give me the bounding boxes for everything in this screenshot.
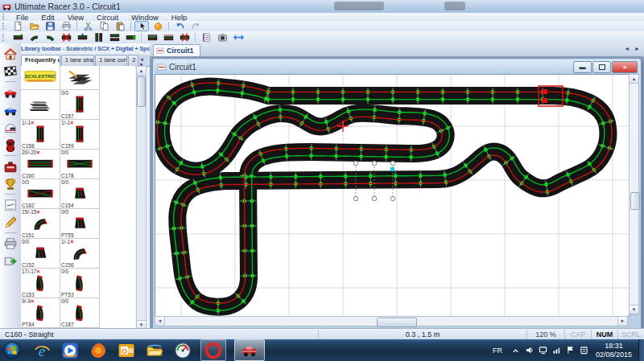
toolbar-lane-wide2-button[interactable] (161, 32, 175, 43)
library-piece-C178[interactable]: 0/0C178 (60, 150, 100, 179)
library-piece-C187[interactable]: 0/0C187 (60, 298, 100, 328)
toolbar-swap-ends-button[interactable] (231, 32, 246, 43)
library-tab-1-lane-curves[interactable]: 1 lane curves (95, 55, 127, 66)
side-car-top-button[interactable] (0, 138, 21, 153)
toolbar-curve-right-button[interactable] (43, 32, 57, 43)
side-race-car-red-button[interactable] (0, 85, 21, 100)
restore-button[interactable] (592, 61, 611, 73)
side-race-car-blue-button[interactable] (0, 103, 21, 117)
side-export-button[interactable] (0, 254, 21, 269)
side-pit-box-button[interactable] (0, 159, 21, 174)
title-bar[interactable]: Ultimate Racer 3.0 - Circuit1 (0, 0, 644, 14)
taskbar-ultimate-racer-icon[interactable] (234, 339, 265, 361)
menu-circuit[interactable]: Circuit (90, 13, 125, 22)
scroll-thumb[interactable] (137, 76, 146, 107)
library-piece-PT84[interactable]: 9/-9×PT84 (21, 298, 60, 328)
scroll-right-button[interactable]: ► (617, 317, 627, 326)
library-piece-C156[interactable]: 1/-1×C156 (60, 239, 100, 269)
menu-view[interactable]: View (61, 13, 90, 22)
library-scrollbar[interactable]: ▲ ▼ (136, 66, 147, 330)
tray-monitor-icon[interactable] (539, 346, 547, 355)
taskbar-explorer-icon[interactable] (144, 340, 164, 360)
tab-scroll-arrows[interactable]: ◄ ► (624, 46, 642, 51)
library-piece-C157[interactable]: 0/0C157 (60, 90, 100, 120)
minimize-button[interactable]: ▬ (573, 61, 592, 73)
scroll-thumb[interactable] (630, 192, 640, 210)
library-piece-C182[interactable]: 0/0C182 (21, 179, 60, 209)
vertical-scrollbar[interactable]: ▲ ▼ (629, 74, 639, 315)
taskbar-ie-icon[interactable]: e (31, 340, 52, 360)
menu-window[interactable]: Window (125, 13, 165, 22)
taskbar-gauge-icon[interactable] (172, 340, 192, 360)
scroll-down-button[interactable]: ▼ (630, 305, 638, 314)
library-piece-logo[interactable]: SCALEXTRIC (21, 66, 60, 90)
side-trophy-button[interactable] (0, 177, 21, 191)
scroll-up-button[interactable]: ▲ (137, 67, 146, 76)
library-piece-PT53[interactable]: 0/0PT53 (60, 269, 100, 298)
side-helmet-button[interactable] (0, 121, 21, 135)
taskbar-outlook-icon[interactable]: O (116, 340, 136, 360)
toolbar-print-button[interactable] (59, 22, 73, 31)
tray-flag-icon[interactable] (566, 346, 575, 355)
toolbar-cut-button[interactable] (80, 22, 95, 31)
taskbar-clock[interactable]: 18:31 02/08/2015 (596, 342, 632, 359)
taskbar-firefox-icon[interactable] (88, 340, 108, 360)
menu-edit[interactable]: Edit (35, 13, 60, 22)
show-desktop-button[interactable] (638, 339, 644, 361)
toolbar-lane-wide-button[interactable] (145, 32, 159, 43)
library-piece-C154[interactable]: 0/0C154 (60, 179, 100, 209)
toolbar-undo-button[interactable] (172, 22, 187, 31)
toolbar-save-button[interactable] (43, 22, 57, 31)
toolbar-select-button[interactable] (134, 21, 149, 31)
side-notes-button[interactable] (0, 198, 21, 212)
toolbar-redo-button[interactable] (188, 22, 203, 31)
scroll-left-button[interactable]: ◄ (155, 317, 165, 326)
menu-help[interactable]: Help (165, 13, 194, 22)
toolbar-straight-add-button[interactable] (10, 32, 25, 43)
side-checkered-flag-button[interactable] (0, 64, 21, 79)
toolbar-copy-button[interactable] (97, 22, 111, 31)
tray-action-center-icon[interactable] (580, 346, 588, 355)
toolbar-vert-pieces-button[interactable] (91, 32, 105, 43)
close-button[interactable]: × (612, 61, 638, 73)
library-tab-2[interactable]: 2 (128, 55, 138, 66)
scroll-up-button[interactable]: ▲ (630, 75, 638, 84)
library-piece-C152[interactable]: 0/0C152 (21, 239, 60, 269)
toolbar-straight-insert-button[interactable] (75, 32, 89, 43)
library-piece-pile[interactable] (21, 90, 60, 120)
side-printer-button[interactable] (0, 236, 21, 251)
library-piece-C159[interactable]: 1/-1×C159 (60, 120, 100, 150)
library-piece-C160[interactable]: 20/-20×C160 (21, 150, 60, 179)
track-canvas[interactable] (155, 75, 629, 316)
library-tab-1-lane-straight[interactable]: 1 lane straight (61, 55, 95, 66)
taskbar-wmp-icon[interactable] (60, 340, 80, 360)
taskbar-opera-icon[interactable] (200, 339, 226, 361)
menu-file[interactable]: File (10, 13, 35, 22)
toolbar-piece-pair-button[interactable] (107, 32, 122, 43)
toolbar-cross-delete-button[interactable] (177, 32, 192, 43)
library-tab-frequently-used[interactable]: Frequently used (21, 55, 60, 66)
toolbar-piece-delete-button[interactable] (59, 32, 73, 43)
library-piece-PT55[interactable]: 0/0PT55 (60, 209, 100, 239)
toolbar-parts-book-button[interactable] (199, 32, 213, 43)
toolbar-snapshot-button[interactable] (215, 32, 229, 43)
language-indicator[interactable]: FR (493, 347, 502, 355)
tab-scroll-arrows[interactable]: ◄ ► (139, 55, 150, 66)
side-home-button[interactable] (0, 47, 21, 61)
toolbar-paste-button[interactable] (113, 22, 127, 31)
library-piece-C158[interactable]: 1/-1×C158 (21, 120, 60, 150)
side-pencil-button[interactable] (0, 215, 21, 230)
toolbar-curve-left-button[interactable] (27, 32, 41, 43)
horizontal-scrollbar[interactable]: ◄ ► (155, 316, 628, 326)
library-piece-pencil-stack[interactable] (60, 66, 100, 90)
scroll-thumb[interactable] (377, 318, 417, 327)
library-piece-C151[interactable]: 15/-15×C151 (21, 209, 60, 239)
taskbar-start-button[interactable] (0, 340, 27, 360)
track-base[interactable] (161, 87, 609, 307)
tray-chevron-up-icon[interactable] (511, 346, 520, 355)
tray-signal-icon[interactable] (552, 346, 561, 355)
toolbar-pan-button[interactable] (151, 22, 165, 31)
library-piece-C153[interactable]: 17/-17×C153 (21, 269, 60, 298)
toolbar-open-button[interactable] (27, 22, 41, 31)
document-title-bar[interactable]: Circuit1 ▬ × (155, 60, 639, 74)
